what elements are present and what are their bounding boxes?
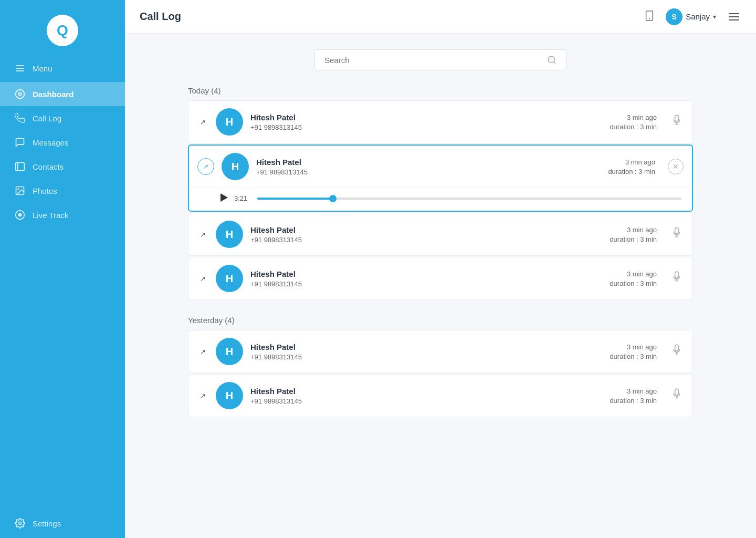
outgoing-arrow-1: ↗ <box>197 118 208 126</box>
mic-button-y2[interactable] <box>669 388 684 403</box>
microphone-icon <box>671 115 682 127</box>
close-icon: ✕ <box>673 162 679 171</box>
avatar-yesterday-1: H <box>216 338 243 365</box>
user-name: Sanjay <box>686 12 710 21</box>
sidebar-menu-button[interactable]: Menu <box>0 57 125 80</box>
microphone-icon-y1 <box>671 344 682 357</box>
user-avatar: S <box>666 8 682 25</box>
mic-button-3[interactable] <box>669 227 684 242</box>
call-info-today-3: Hitesh Patel +91 9898313145 <box>250 225 602 244</box>
call-meta-today-3: 3 min ago duration : 3 min <box>610 226 657 243</box>
call-info-today-2: Hitesh Patel +91 9898313145 <box>256 158 601 176</box>
call-card-today-2: ↗ H Hitesh Patel +91 9898313145 3 min ag… <box>188 144 693 212</box>
call-duration-3: duration : 3 min <box>610 235 657 243</box>
sidebar-item-label-contacts: Contacts <box>33 162 64 171</box>
menu-label: Menu <box>33 64 52 73</box>
user-menu[interactable]: S Sanjay ▾ <box>666 8 716 25</box>
sidebar: Q Menu Dashboard Call Log Messages <box>0 0 125 538</box>
call-card-today-1: ↗ H Hitesh Patel +91 9898313145 3 min ag… <box>188 100 693 143</box>
hamburger-button[interactable] <box>727 11 741 23</box>
logo-letter: Q <box>57 22 68 39</box>
call-time: 3 min ago <box>610 113 657 121</box>
chevron-down-icon: ▾ <box>713 13 716 20</box>
sidebar-item-label-messages: Messages <box>33 138 68 147</box>
mic-button-y1[interactable] <box>669 344 684 359</box>
call-name-2: Hitesh Patel <box>256 158 601 167</box>
call-row-3: ↗ H Hitesh Patel +91 9898313145 3 min ag… <box>188 213 692 255</box>
mic-button-1[interactable] <box>669 115 684 129</box>
call-duration-y2: duration : 3 min <box>610 397 657 405</box>
sidebar-item-contacts[interactable]: Contacts <box>0 154 125 179</box>
section-today-label: Today (4) <box>188 86 693 95</box>
sidebar-item-livetrack[interactable]: Live Track <box>0 203 125 227</box>
call-meta-today-2: 3 min ago duration : 3 min <box>608 158 655 175</box>
svg-point-14 <box>548 56 554 63</box>
header: Call Log S Sanjay ▾ <box>125 0 756 34</box>
svg-point-3 <box>16 90 25 99</box>
call-name-3: Hitesh Patel <box>250 225 602 234</box>
call-row-y2: ↗ H Hitesh Patel +91 9898313145 3 min ag… <box>188 375 692 417</box>
sidebar-item-photos[interactable]: Photos <box>0 179 125 203</box>
search-icon <box>547 55 556 65</box>
svg-point-4 <box>19 93 22 96</box>
photos-icon <box>15 185 25 196</box>
microphone-icon-3 <box>671 227 682 240</box>
microphone-icon-y2 <box>671 388 682 401</box>
outgoing-arrow-y1: ↗ <box>197 348 208 356</box>
call-time-4: 3 min ago <box>610 270 657 278</box>
sidebar-settings[interactable]: Settings <box>0 509 125 538</box>
phone-icon <box>644 10 655 22</box>
call-card-today-3: ↗ H Hitesh Patel +91 9898313145 3 min ag… <box>188 213 693 256</box>
play-button[interactable] <box>220 193 228 203</box>
svg-point-10 <box>19 214 22 216</box>
call-card-yesterday-1: ↗ H Hitesh Patel +91 9898313145 3 min ag… <box>188 330 693 373</box>
call-card-yesterday-2: ↗ H Hitesh Patel +91 9898313145 3 min ag… <box>188 374 693 417</box>
call-number: +91 9898313145 <box>250 123 602 131</box>
hamburger-line-2 <box>729 16 739 17</box>
sidebar-logo: Q <box>0 0 125 57</box>
close-button[interactable]: ✕ <box>668 159 684 174</box>
sidebar-item-messages[interactable]: Messages <box>0 130 125 154</box>
dashboard-icon <box>15 89 25 99</box>
contacts-icon <box>15 161 25 172</box>
svg-rect-16 <box>675 115 679 121</box>
menu-icon <box>15 63 25 74</box>
sidebar-item-label-dashboard: Dashboard <box>33 90 74 99</box>
call-time-y2: 3 min ago <box>610 387 657 395</box>
call-number-y2: +91 9898313145 <box>250 397 602 405</box>
call-meta-yesterday-1: 3 min ago duration : 3 min <box>610 343 657 360</box>
call-time-3: 3 min ago <box>610 226 657 234</box>
mic-button-4[interactable] <box>669 271 684 286</box>
call-info-today-4: Hitesh Patel +91 9898313145 <box>250 270 602 288</box>
outgoing-arrow-4: ↗ <box>197 275 208 283</box>
avatar-today-2: H <box>222 153 249 180</box>
audio-player: 3:21 <box>189 188 692 211</box>
call-duration: duration : 3 min <box>610 123 657 131</box>
call-number-3: +91 9898313145 <box>250 236 602 244</box>
call-row: ↗ H Hitesh Patel +91 9898313145 3 min ag… <box>188 101 692 143</box>
section-yesterday-label: Yesterday (4) <box>188 316 693 325</box>
phone-button[interactable] <box>644 10 655 24</box>
search-container <box>188 49 693 70</box>
call-time-y1: 3 min ago <box>610 343 657 351</box>
section-today: Today (4) ↗ H Hitesh Patel +91 989831314… <box>188 86 693 300</box>
sidebar-item-calllog[interactable]: Call Log <box>0 106 125 130</box>
svg-rect-5 <box>16 163 25 171</box>
search-box <box>314 49 566 70</box>
messages-icon <box>15 137 25 148</box>
call-number-2: +91 9898313145 <box>256 168 601 176</box>
sidebar-item-dashboard[interactable]: Dashboard <box>0 82 125 106</box>
calllog-icon <box>15 113 25 123</box>
audio-thumb[interactable] <box>329 195 337 202</box>
outgoing-arrow-3: ↗ <box>197 231 208 239</box>
content-area: Today (4) ↗ H Hitesh Patel +91 989831314… <box>125 34 756 538</box>
audio-time: 3:21 <box>234 194 251 202</box>
hamburger-line-1 <box>729 13 739 14</box>
audio-track[interactable] <box>257 198 681 200</box>
arrow-circle-button[interactable]: ↗ <box>197 158 214 175</box>
hamburger-line-3 <box>729 19 739 20</box>
svg-point-11 <box>19 522 22 525</box>
call-duration-y1: duration : 3 min <box>610 353 657 360</box>
search-input[interactable] <box>324 56 542 65</box>
sidebar-item-label-photos: Photos <box>33 187 57 195</box>
